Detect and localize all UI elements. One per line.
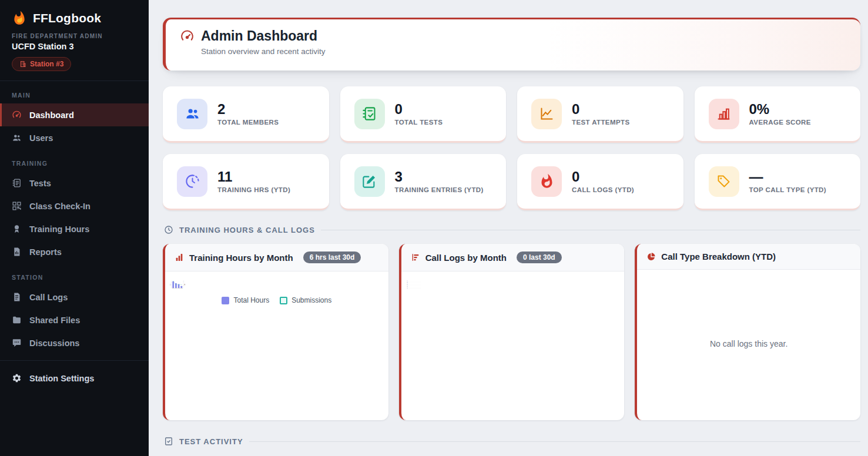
stat-value: — [749, 169, 827, 184]
svg-text:1.0: 1.0 [183, 284, 185, 285]
svg-text:0: 0 [407, 289, 408, 289]
sidebar-item-label: Call Logs [29, 293, 68, 302]
stat-value: 3 [395, 169, 484, 184]
svg-text:0.5: 0.5 [183, 286, 185, 286]
sidebar-item-users[interactable]: Users [0, 126, 149, 149]
sidebar-item-label: Class Check-In [29, 202, 91, 211]
svg-text:0: 0 [183, 287, 184, 288]
svg-text:2.0: 2.0 [183, 281, 185, 281]
stat-card-total-tests: 0TOTAL TESTS [340, 86, 507, 143]
stat-card-training-hrs: 11TRAINING HRS (YTD) [163, 154, 329, 210]
svg-text:0.2: 0.2 [407, 287, 408, 287]
svg-text:0.9: 0.9 [407, 281, 408, 282]
stat-label: TOTAL TESTS [395, 119, 443, 126]
section-divider-line [321, 230, 860, 230]
sidebar-section-main: MAIN [0, 81, 149, 103]
sidebar-item-label: Training Hours [29, 224, 89, 234]
folder-icon [12, 315, 22, 325]
tag-icon [709, 166, 739, 197]
stat-value: 0 [395, 102, 443, 116]
sidebar-item-reports[interactable]: Reports [0, 240, 149, 263]
sidebar-item-shared-files[interactable]: Shared Files [0, 309, 149, 331]
fire-logo-icon: svg{width:26px;height:26px} [12, 11, 27, 26]
svg-text:0.7: 0.7 [407, 283, 408, 283]
legend-submissions[interactable]: Submissions [280, 296, 331, 304]
file-chart-icon [12, 247, 22, 257]
chart-body: 1.00.90.80.70.60.50.40.30.20.10 [401, 271, 625, 295]
svg-text:1: 1 [171, 287, 172, 287]
sidebar-divider [0, 360, 149, 361]
app-root: svg{width:26px;height:26px} FFLogbook FI… [0, 0, 868, 456]
chart-title: Training Hours by Month [189, 253, 293, 263]
svg-text:7: 7 [171, 281, 172, 281]
stat-label: TOP CALL TYPE (YTD) [749, 186, 827, 193]
svg-text:0.3: 0.3 [407, 286, 408, 287]
sidebar-item-label: Tests [29, 179, 51, 188]
call-logs-chart[interactable]: 1.00.90.80.70.60.50.40.30.20.10 [406, 277, 421, 293]
sidebar-item-label: Dashboard [29, 110, 74, 120]
svg-text:Mar 2026: Mar 2026 [180, 288, 183, 289]
chart-title: Call Logs by Month [425, 253, 507, 263]
sidebar-item-discussions[interactable]: Discussions [0, 331, 149, 354]
sidebar-item-call-logs[interactable]: Call Logs [0, 286, 149, 309]
stat-label: CALL LOGS (YTD) [572, 186, 634, 193]
legend-label: Submissions [291, 296, 331, 304]
medal-icon [12, 224, 22, 234]
svg-text:4: 4 [171, 284, 172, 284]
section-divider-line [249, 441, 860, 442]
svg-text:0.1: 0.1 [407, 288, 408, 289]
qr-code-icon [12, 201, 22, 211]
clock-icon [164, 225, 173, 234]
legend-swatch-line [280, 297, 287, 304]
stat-card-training-entries: 3TRAINING ENTRIES (YTD) [340, 154, 507, 210]
station-badge-label: Station #3 [30, 60, 63, 68]
file-text-icon [12, 292, 22, 302]
page-subtitle: Station overview and recent activity [201, 47, 846, 56]
pie-chart-icon [646, 252, 656, 261]
svg-text:1.0: 1.0 [407, 280, 408, 281]
svg-text:0.8: 0.8 [407, 282, 408, 283]
sidebar-item-label: Discussions [29, 338, 79, 348]
svg-text:0.6: 0.6 [407, 284, 408, 284]
svg-text:6: 6 [171, 282, 172, 283]
gear-icon [12, 373, 22, 383]
station-badge: Station #3 [12, 57, 71, 71]
chart-title: Call Type Breakdown (YTD) [661, 252, 776, 261]
sidebar-item-class-check-in[interactable]: Class Check-In [0, 195, 149, 217]
svg-text:Feb 2026: Feb 2026 [177, 288, 180, 289]
stat-value: 0% [749, 102, 811, 116]
svg-text:0.4: 0.4 [407, 286, 408, 286]
svg-text:2: 2 [171, 286, 172, 286]
chart-legend: Total Hours Submissions [170, 296, 384, 304]
sidebar-item-label: Station Settings [29, 374, 94, 383]
legend-total-hours[interactable]: Total Hours [222, 296, 269, 304]
chart-card-header: Call Type Breakdown (YTD) [637, 244, 860, 270]
svg-text:Jan 2026: Jan 2026 [175, 288, 177, 289]
app-title: FFLogbook [33, 11, 101, 25]
page-title: Admin Dashboard [201, 28, 317, 44]
sidebar-item-label: Shared Files [29, 316, 80, 325]
chart-card-call-logs: Call Logs by Month 0 last 30d 1.00.90.80… [399, 244, 625, 420]
section-title: TEST ACTIVITY [179, 437, 243, 446]
pencil-square-icon [354, 166, 385, 197]
sidebar-item-tests[interactable]: Tests [0, 172, 149, 195]
gauge-icon [180, 29, 195, 43]
svg-text:Entries: Entries [185, 284, 185, 286]
legend-label: Total Hours [233, 296, 269, 304]
stat-value: 11 [217, 169, 290, 184]
chart-badge: 0 last 30d [517, 252, 562, 263]
message-icon [12, 338, 22, 348]
sidebar-item-label: Users [29, 133, 53, 143]
horizontal-bars-icon [411, 253, 420, 262]
chart-card-header: Training Hours by Month 6 hrs last 30d [165, 244, 388, 271]
clock-icon [177, 166, 207, 197]
chart-body: 0123456700.51.01.52.0HoursEntriesDec 202… [165, 271, 388, 304]
training-hours-chart[interactable]: 0123456700.51.01.52.0HoursEntriesDec 202… [170, 277, 185, 293]
stat-card-average-score: 0%AVERAGE SCORE [695, 86, 861, 143]
stats-grid: 2TOTAL MEMBERS 0TOTAL TESTS 0TEST ATTEMP… [163, 86, 860, 210]
checklist-icon [354, 99, 385, 129]
sidebar-item-station-settings[interactable]: Station Settings [0, 367, 149, 390]
sidebar-item-training-hours[interactable]: Training Hours [0, 217, 149, 240]
sidebar-item-dashboard[interactable]: Dashboard [0, 103, 149, 126]
clipboard-list-icon [12, 178, 22, 188]
